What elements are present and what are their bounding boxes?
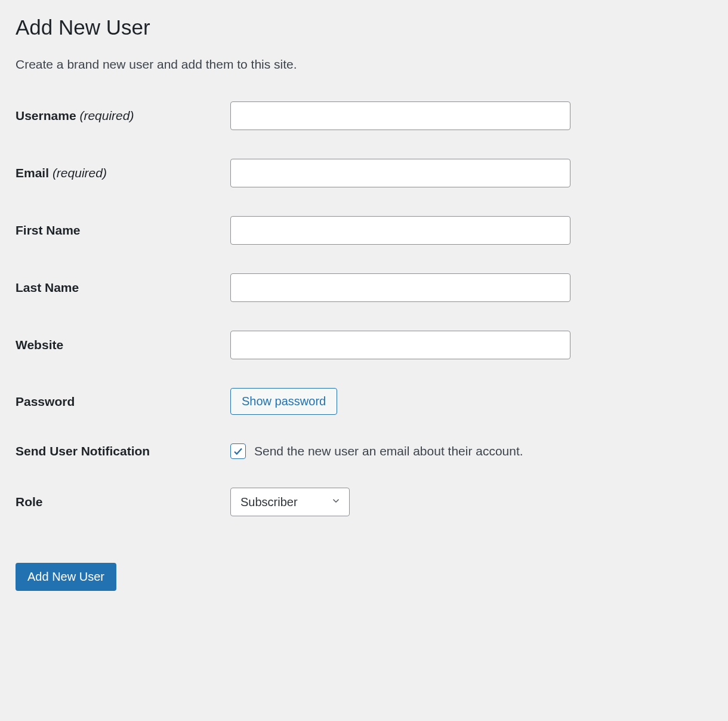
notification-checkbox-label: Send the new user an email about their a… (254, 444, 523, 458)
notification-checkbox[interactable] (230, 443, 246, 459)
password-label: Password (16, 395, 230, 409)
password-row: Password Show password (16, 388, 712, 415)
add-new-user-button[interactable]: Add New User (16, 563, 116, 591)
first-name-label: First Name (16, 223, 230, 238)
email-row: Email (required) (16, 159, 712, 187)
role-select[interactable]: Subscriber (230, 488, 350, 516)
role-label: Role (16, 495, 230, 509)
last-name-row: Last Name (16, 273, 712, 302)
show-password-button[interactable]: Show password (230, 388, 337, 415)
username-label: Username (required) (16, 109, 230, 123)
notification-label: Send User Notification (16, 444, 230, 458)
page-title: Add New User (16, 16, 712, 39)
check-icon (233, 446, 243, 457)
first-name-input[interactable] (230, 216, 570, 245)
website-input[interactable] (230, 331, 570, 359)
email-label: Email (required) (16, 166, 230, 180)
website-label: Website (16, 338, 230, 352)
first-name-row: First Name (16, 216, 712, 245)
website-row: Website (16, 331, 712, 359)
username-input[interactable] (230, 101, 570, 130)
last-name-input[interactable] (230, 273, 570, 302)
username-row: Username (required) (16, 101, 712, 130)
email-input[interactable] (230, 159, 570, 187)
page-subtitle: Create a brand new user and add them to … (16, 57, 712, 72)
last-name-label: Last Name (16, 281, 230, 295)
role-row: Role Subscriber (16, 488, 712, 516)
notification-row: Send User Notification Send the new user… (16, 443, 712, 459)
